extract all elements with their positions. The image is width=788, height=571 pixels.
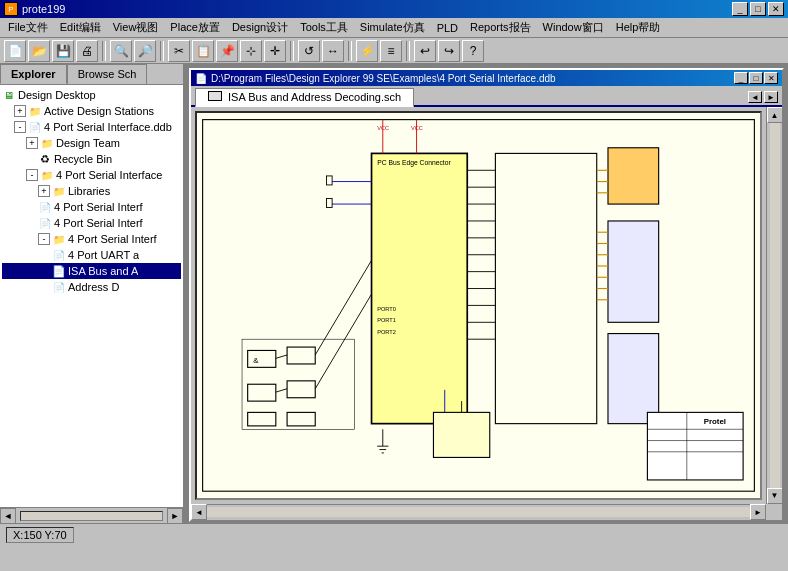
folder-icon-item3: 📁 (52, 232, 66, 246)
paste-button[interactable]: 📌 (216, 40, 238, 62)
doc-tabs: ISA Bus and Address Decoding.sch ◄ ► (191, 86, 782, 107)
bus-button[interactable]: ≡ (380, 40, 402, 62)
folder-icon-active: 📁 (28, 104, 42, 118)
select-button[interactable]: ⊹ (240, 40, 262, 62)
save-button[interactable]: 💾 (52, 40, 74, 62)
tree-item-4port-item3[interactable]: - 📁 4 Port Serial Interf (2, 231, 181, 247)
open-button[interactable]: 📂 (28, 40, 50, 62)
doc-icon-item2: 📄 (38, 216, 52, 230)
title-bar: P prote199 _ □ ✕ (0, 0, 788, 18)
menu-design[interactable]: Design设计 (226, 18, 294, 37)
expand-4port-serial[interactable]: - (26, 169, 38, 181)
expand-4port-item3[interactable]: - (38, 233, 50, 245)
doc-close[interactable]: ✕ (764, 72, 778, 84)
undo-button[interactable]: ↩ (414, 40, 436, 62)
recycle-icon: ♻ (38, 152, 52, 166)
zoom-in-button[interactable]: 🔍 (110, 40, 132, 62)
doc-icon-4port-ddb: 📄 (28, 120, 42, 134)
scroll-left[interactable]: ◄ (0, 508, 16, 524)
app-icon: P (4, 2, 18, 16)
scroll-track-h[interactable] (20, 511, 163, 521)
menu-place[interactable]: Place放置 (164, 18, 226, 37)
doc-icon-address: 📄 (52, 280, 66, 294)
doc-content: & (191, 107, 782, 520)
svg-rect-4 (608, 148, 659, 204)
tree-item-libraries[interactable]: + 📁 Libraries (2, 183, 181, 199)
tree-item-design-team[interactable]: + 📁 Design Team (2, 135, 181, 151)
menu-file[interactable]: File文件 (2, 18, 54, 37)
menu-bar: File文件 Edit编辑 View视图 Place放置 Design设计 To… (0, 18, 788, 38)
tree-item-4port-uart[interactable]: 📄 4 Port UART a (2, 247, 181, 263)
scroll-right[interactable]: ► (167, 508, 183, 524)
help-btn[interactable]: ? (462, 40, 484, 62)
expand-active-design[interactable]: + (14, 105, 26, 117)
doc-title: D:\Program Files\Design Explorer 99 SE\E… (211, 73, 556, 84)
sep3 (290, 41, 294, 61)
vscroll-track[interactable] (770, 123, 780, 488)
tab-explorer[interactable]: Explorer (0, 64, 67, 84)
doc-icon-item1: 📄 (38, 200, 52, 214)
tree-item-isa-bus[interactable]: 📄 ISA Bus and A (2, 263, 181, 279)
tree-item-address-d[interactable]: 📄 Address D (2, 279, 181, 295)
tree-item-active-design[interactable]: + 📁 Active Design Stations (2, 103, 181, 119)
explorer-tabs: Explorer Browse Sch (0, 64, 183, 85)
tree-label-4port-item3: 4 Port Serial Interf (68, 233, 157, 245)
schematic-container: & (191, 107, 782, 504)
hscroll-track[interactable] (207, 507, 750, 517)
toolbar-1: 📄 📂 💾 🖨 🔍 🔎 ✂ 📋 📌 ⊹ ✛ ↺ ↔ ⚡ ≡ ↩ ↪ ? (0, 38, 788, 64)
zoom-out-button[interactable]: 🔎 (134, 40, 156, 62)
svg-text:PORT2: PORT2 (377, 329, 396, 335)
flip-button[interactable]: ↔ (322, 40, 344, 62)
hscroll-left[interactable]: ◄ (191, 504, 207, 520)
menu-pld[interactable]: PLD (431, 20, 464, 36)
tree-item-4port-item1[interactable]: 📄 4 Port Serial Interf (2, 199, 181, 215)
maximize-button[interactable]: □ (750, 2, 766, 16)
tree-label-design-team: Design Team (56, 137, 120, 149)
copy-button[interactable]: 📋 (192, 40, 214, 62)
move-button[interactable]: ✛ (264, 40, 286, 62)
hscroll-right[interactable]: ► (750, 504, 766, 520)
expand-design-team[interactable]: + (26, 137, 38, 149)
tree-item-4port-serial[interactable]: - 📁 4 Port Serial Interface (2, 167, 181, 183)
tree-item-recycle-bin[interactable]: ♻ Recycle Bin (2, 151, 181, 167)
schematic-area[interactable]: & (195, 111, 762, 500)
tab-scroll-left[interactable]: ◄ (748, 91, 762, 103)
tab-isa-bus[interactable]: ISA Bus and Address Decoding.sch (195, 88, 414, 107)
menu-tools[interactable]: Tools工具 (294, 18, 354, 37)
menu-view[interactable]: View视图 (107, 18, 165, 37)
new-button[interactable]: 📄 (4, 40, 26, 62)
expand-libraries[interactable]: + (38, 185, 50, 197)
wire-button[interactable]: ⚡ (356, 40, 378, 62)
menu-simulate[interactable]: Simulate仿真 (354, 18, 431, 37)
cut-button[interactable]: ✂ (168, 40, 190, 62)
menu-help[interactable]: Help帮助 (610, 18, 667, 37)
redo-button[interactable]: ↪ (438, 40, 460, 62)
folder-icon-libraries: 📁 (52, 184, 66, 198)
menu-window[interactable]: Window窗口 (537, 18, 610, 37)
menu-edit[interactable]: Edit编辑 (54, 18, 107, 37)
tree-item-4port-item2[interactable]: 📄 4 Port Serial Interf (2, 215, 181, 231)
tree-item-design-desktop[interactable]: 🖥 Design Desktop (2, 87, 181, 103)
doc-maximize[interactable]: □ (749, 72, 763, 84)
close-button[interactable]: ✕ (768, 2, 784, 16)
svg-text:Protel: Protel (704, 417, 726, 426)
app-title: prote199 (22, 3, 65, 15)
minimize-button[interactable]: _ (732, 2, 748, 16)
scroll-corner (766, 504, 782, 520)
doc-minimize[interactable]: _ (734, 72, 748, 84)
rotate-button[interactable]: ↺ (298, 40, 320, 62)
svg-rect-2 (372, 153, 468, 423)
expand-4port-ddb[interactable]: - (14, 121, 26, 133)
vscroll-down[interactable]: ▼ (767, 488, 783, 504)
explorer-tree[interactable]: 🖥 Design Desktop + 📁 Active Design Stati… (0, 85, 183, 507)
vscroll-up[interactable]: ▲ (767, 107, 783, 123)
hscroll: ◄ ► (191, 504, 782, 520)
tab-browse-sch[interactable]: Browse Sch (67, 64, 148, 84)
tab-scroll-right[interactable]: ► (764, 91, 778, 103)
svg-text:VCC: VCC (377, 125, 389, 131)
tree-item-4port-ddb[interactable]: - 📄 4 Port Serial Interface.ddb (2, 119, 181, 135)
doc-tb-controls: _ □ ✕ (734, 72, 778, 84)
schematic-svg: & (197, 113, 760, 498)
print-button[interactable]: 🖨 (76, 40, 98, 62)
menu-reports[interactable]: Reports报告 (464, 18, 537, 37)
